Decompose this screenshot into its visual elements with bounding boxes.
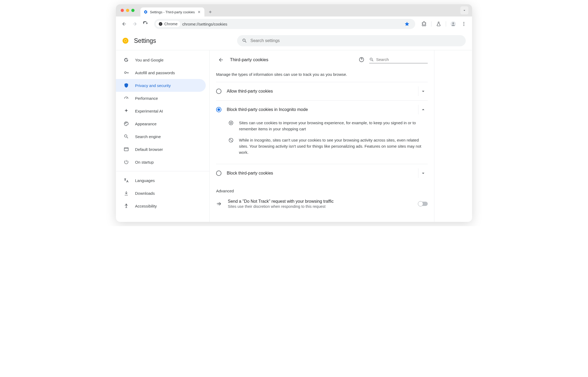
browser-toolbar: Chrome chrome://settings/cookies <box>116 16 472 31</box>
url-text: chrome://settings/cookies <box>182 22 227 26</box>
sidebar-item-appearance[interactable]: Appearance <box>116 117 206 130</box>
collapse-button[interactable] <box>418 105 428 114</box>
kebab-menu-button[interactable] <box>459 19 468 28</box>
svg-point-20 <box>231 122 232 123</box>
maximize-window-button[interactable] <box>131 9 135 12</box>
svg-point-2 <box>160 23 161 24</box>
svg-point-13 <box>126 122 126 123</box>
send-icon <box>216 201 222 207</box>
option-label: Block third-party cookies in Incognito m… <box>227 107 411 112</box>
svg-point-12 <box>125 123 125 124</box>
sparkle-icon <box>123 108 129 114</box>
sidebar-item-search-engine[interactable]: Search engine <box>116 130 206 143</box>
search-settings-input[interactable] <box>250 38 461 43</box>
nav-back-button[interactable] <box>120 19 129 28</box>
reload-button[interactable] <box>141 19 150 28</box>
sidebar-item-default-browser[interactable]: Default browser <box>116 143 206 156</box>
do-not-track-row[interactable]: Send a "Do Not Track" request with your … <box>216 195 428 212</box>
cookies-settings-panel: Third-party cookies Manage the types of … <box>209 50 434 222</box>
sidebar-item-label: Experimental AI <box>135 109 163 113</box>
block-icon <box>228 138 234 156</box>
sidebar-item-performance[interactable]: Performance <box>116 92 206 105</box>
sidebar-item-label: You and Google <box>135 58 163 62</box>
settings-header: Settings <box>116 31 472 50</box>
sidebar-item-label: Downloads <box>135 191 155 196</box>
extensions-button[interactable] <box>419 19 429 28</box>
sidebar-separator <box>116 171 209 171</box>
nav-forward-button[interactable] <box>130 19 139 28</box>
sidebar-item-on-startup[interactable]: On startup <box>116 156 206 168</box>
sidebar-item-downloads[interactable]: Downloads <box>116 187 206 200</box>
chevron-up-icon <box>420 107 426 113</box>
app-body: You and Google Autofill and passwords Pr… <box>116 50 472 222</box>
sidebar-item-label: Accessibility <box>135 204 157 208</box>
sidebar-item-languages[interactable]: Languages <box>116 174 206 187</box>
sidebar-item-label: Search engine <box>135 134 161 139</box>
content-search[interactable] <box>369 57 428 63</box>
sidebar-item-you-and-google[interactable]: You and Google <box>116 53 206 66</box>
content-title: Third-party cookies <box>230 57 354 63</box>
svg-point-5 <box>463 22 464 23</box>
dnt-toggle[interactable] <box>418 202 428 206</box>
minimize-window-button[interactable] <box>126 9 129 12</box>
content-area: Third-party cookies Manage the types of … <box>209 50 472 222</box>
sidebar-item-label: Languages <box>135 178 155 183</box>
expand-button[interactable] <box>418 168 428 178</box>
tab-strip: Settings - Third-party cookies <box>116 4 472 16</box>
svg-point-19 <box>230 122 231 123</box>
detail-text: Sites can use cookies to improve your br… <box>239 120 428 132</box>
sidebar-item-privacy-security[interactable]: Privacy and security <box>116 79 206 92</box>
option-label: Block third-party cookies <box>227 171 411 176</box>
key-icon <box>123 70 129 75</box>
sidebar-item-label: Privacy and security <box>135 83 171 88</box>
speedometer-icon <box>123 96 129 101</box>
toolbar-separator <box>446 21 446 27</box>
bookmark-star-icon[interactable] <box>402 19 411 28</box>
google-g-icon <box>123 57 129 63</box>
tab-close-icon[interactable] <box>197 10 201 14</box>
radio-block-incognito[interactable] <box>216 107 221 112</box>
search-settings-bar[interactable] <box>237 35 466 46</box>
option-block-all: Block third-party cookies <box>216 164 428 182</box>
detail-block: While in Incognito, sites can't use your… <box>228 137 428 156</box>
window-dropdown-button[interactable] <box>460 6 468 14</box>
sidebar-item-accessibility[interactable]: Accessibility <box>116 200 206 212</box>
sidebar-item-autofill[interactable]: Autofill and passwords <box>116 66 206 79</box>
svg-point-18 <box>229 121 233 125</box>
chevron-down-icon <box>420 170 426 176</box>
download-icon <box>123 190 129 196</box>
sidebar-item-label: Autofill and passwords <box>135 71 175 75</box>
translate-icon <box>123 178 129 183</box>
site-chip[interactable]: Chrome <box>156 21 180 27</box>
site-chip-label: Chrome <box>164 22 178 26</box>
expand-button[interactable] <box>418 86 428 96</box>
address-bar[interactable]: Chrome chrome://settings/cookies <box>154 19 415 29</box>
accessibility-icon <box>123 203 129 209</box>
radio-allow[interactable] <box>216 89 221 94</box>
browser-window: Settings - Third-party cookies Chrome <box>116 4 472 222</box>
radio-block-all[interactable] <box>216 171 221 176</box>
sidebar-item-experimental-ai[interactable]: Experimental AI <box>116 105 206 117</box>
detail-text: While in Incognito, sites can't use your… <box>239 137 428 156</box>
content-back-button[interactable] <box>216 55 226 65</box>
tab-title: Settings - Third-party cookies <box>150 10 195 14</box>
search-icon <box>242 38 247 43</box>
search-icon <box>369 57 374 62</box>
option-details: Sites can use cookies to improve your br… <box>216 119 428 164</box>
dnt-title: Send a "Do Not Track" request with your … <box>228 199 412 204</box>
intro-text: Manage the types of information sites ca… <box>216 72 428 77</box>
svg-point-4 <box>452 22 454 24</box>
browser-tab[interactable]: Settings - Third-party cookies <box>140 7 204 16</box>
content-header: Third-party cookies <box>216 55 428 65</box>
profile-button[interactable] <box>449 19 458 28</box>
labs-button[interactable] <box>434 19 443 28</box>
svg-point-10 <box>124 40 127 42</box>
close-window-button[interactable] <box>121 9 124 12</box>
help-icon[interactable] <box>359 57 365 63</box>
content-search-input[interactable] <box>376 57 428 62</box>
browser-window-icon <box>123 147 129 152</box>
palette-icon <box>123 121 129 126</box>
dnt-subtitle: Sites use their discretion when respondi… <box>228 204 412 209</box>
sidebar-item-label: Performance <box>135 96 158 101</box>
new-tab-button[interactable] <box>207 8 214 16</box>
